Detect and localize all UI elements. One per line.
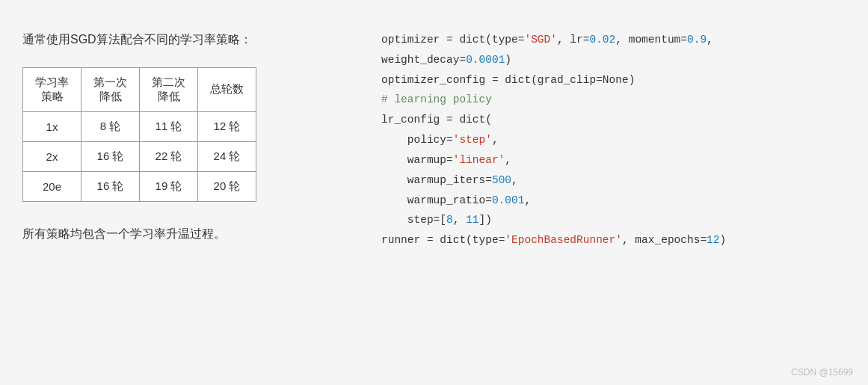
table-cell: 22 轮 bbox=[140, 141, 198, 171]
csdn-credit: CSDN @15699 bbox=[791, 367, 853, 378]
code-panel: optimizer = dict(type='SGD', lr=0.02, mo… bbox=[381, 30, 846, 250]
code-line-4: # learning policy bbox=[381, 90, 846, 110]
table-row: 20e16 轮19 轮20 轮 bbox=[23, 171, 256, 201]
code-line-10: step=[8, 11]) bbox=[381, 210, 846, 230]
code-line-11: runner = dict(type='EpochBasedRunner', m… bbox=[381, 230, 846, 250]
table-cell: 2x bbox=[23, 141, 81, 171]
code-line-8: warmup_iters=500, bbox=[381, 170, 846, 191]
table-row: 2x16 轮22 轮24 轮 bbox=[23, 141, 256, 171]
code-line-2: weight_decay=0.0001) bbox=[381, 50, 846, 70]
code-line-1: optimizer = dict(type='SGD', lr=0.02, mo… bbox=[381, 30, 846, 50]
table-cell: 8 轮 bbox=[81, 111, 140, 141]
table-cell: 16 轮 bbox=[81, 141, 140, 171]
code-line-9: warmup_ratio=0.001, bbox=[381, 191, 846, 211]
col-header-strategy: 学习率策略 bbox=[23, 67, 81, 111]
table-cell: 12 轮 bbox=[198, 111, 256, 141]
code-line-6: policy='step', bbox=[381, 130, 846, 150]
code-line-5: lr_config = dict( bbox=[381, 110, 846, 130]
left-panel: 通常使用SGD算法配合不同的学习率策略： 学习率策略 第一次降低 第二次降低 总… bbox=[22, 30, 336, 250]
col-header-first-drop: 第一次降低 bbox=[81, 67, 140, 111]
code-line-7: warmup='linear', bbox=[381, 150, 846, 170]
col-header-second-drop: 第二次降低 bbox=[140, 67, 198, 111]
code-line-3: optimizer_config = dict(grad_clip=None) bbox=[381, 70, 846, 90]
footer-text: 所有策略均包含一个学习率升温过程。 bbox=[22, 224, 336, 244]
table-cell: 24 轮 bbox=[198, 141, 256, 171]
table-cell: 11 轮 bbox=[140, 111, 198, 141]
col-header-total: 总轮数 bbox=[198, 67, 256, 111]
intro-text: 通常使用SGD算法配合不同的学习率策略： bbox=[22, 30, 336, 49]
table-cell: 19 轮 bbox=[140, 171, 198, 201]
table-cell: 20 轮 bbox=[198, 171, 256, 201]
table-row: 1x8 轮11 轮12 轮 bbox=[23, 111, 256, 141]
schedule-table: 学习率策略 第一次降低 第二次降低 总轮数 1x8 轮11 轮12 轮2x16 … bbox=[22, 67, 256, 202]
table-cell: 1x bbox=[23, 111, 81, 141]
table-cell: 16 轮 bbox=[81, 171, 140, 201]
table-cell: 20e bbox=[23, 171, 81, 201]
